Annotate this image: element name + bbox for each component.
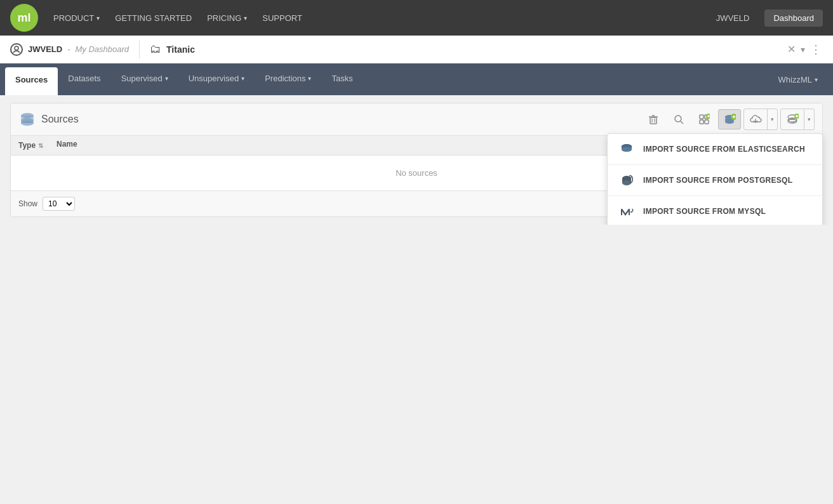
grid-view-button[interactable] xyxy=(693,109,716,129)
toolbar: ▾ xyxy=(642,109,815,130)
svg-point-11 xyxy=(675,116,681,122)
cloud-import-group: ▾ xyxy=(743,109,778,130)
chevron-down-icon: ▾ xyxy=(815,76,818,83)
breadcrumb-username: JWVELD xyxy=(28,44,62,54)
dashboard-button[interactable]: Dashboard xyxy=(764,10,823,27)
chevron-down-icon: ▾ xyxy=(165,75,168,82)
nav-support[interactable]: SUPPORT xyxy=(262,13,302,23)
tab-sources[interactable]: Sources xyxy=(5,67,58,95)
tabs-bar: Sources Datasets Supervised ▾ Unsupervis… xyxy=(0,63,833,95)
elasticsearch-icon xyxy=(618,140,636,158)
show-count-select[interactable]: 10 25 50 100 xyxy=(43,197,75,211)
nav-product[interactable]: PRODUCT ▾ xyxy=(53,13,100,23)
import-postgresql-item[interactable]: IMPORT SOURCE FROM POSTGRESQL xyxy=(608,165,822,196)
main-content: Sources xyxy=(0,95,833,225)
search-button[interactable] xyxy=(667,109,690,129)
svg-point-43 xyxy=(622,147,632,152)
more-options-button[interactable]: ⋮ xyxy=(810,43,823,56)
chevron-down-icon: ▾ xyxy=(308,75,311,82)
cloud-import-button[interactable] xyxy=(744,109,767,129)
import-mysql-item[interactable]: IMPORT SOURCE FROM MYSQL xyxy=(608,196,822,225)
svg-line-12 xyxy=(681,121,683,124)
import-db-button[interactable] xyxy=(718,109,741,129)
svg-point-5 xyxy=(21,121,34,126)
svg-rect-13 xyxy=(700,115,703,119)
chevron-down-icon[interactable]: ▾ xyxy=(801,44,805,55)
close-button[interactable]: ✕ xyxy=(787,43,796,55)
add-source-button[interactable] xyxy=(781,109,804,129)
chevron-down-icon: ▾ xyxy=(771,116,774,123)
breadcrumb-bar: JWVELD - My Dashboard 🗂 Titanic ✕ ▾ ⋮ xyxy=(0,36,833,63)
nav-getting-started[interactable]: GETTING STARTED xyxy=(115,13,192,23)
sort-type-icon[interactable]: ⇅ xyxy=(38,142,43,149)
tab-tasks[interactable]: Tasks xyxy=(321,63,363,95)
tab-predictions[interactable]: Predictions ▾ xyxy=(255,63,321,95)
col-type-header: Type ⇅ xyxy=(18,140,57,151)
svg-rect-6 xyxy=(650,117,656,124)
project-name: Titanic xyxy=(166,44,195,55)
database-icon xyxy=(18,110,36,128)
top-navigation: ml PRODUCT ▾ GETTING STARTED PRICING ▾ S… xyxy=(0,0,833,36)
import-elasticsearch-item[interactable]: IMPORT SOURCE FROM ELASTICSEARCH xyxy=(608,134,822,164)
chevron-down-icon: ▾ xyxy=(244,15,247,22)
svg-point-0 xyxy=(15,46,18,50)
tab-unsupervised[interactable]: Unsupervised ▾ xyxy=(178,63,255,95)
svg-rect-15 xyxy=(700,120,703,124)
sources-title: Sources xyxy=(41,114,79,125)
show-label: Show xyxy=(18,199,37,208)
nav-pricing[interactable]: PRICING ▾ xyxy=(207,13,247,23)
breadcrumb-dashboard: My Dashboard xyxy=(76,44,130,54)
chevron-down-icon: ▾ xyxy=(808,116,811,123)
cloud-dropdown-button[interactable]: ▾ xyxy=(767,109,777,129)
tab-whizzml[interactable]: WhizzML ▾ xyxy=(768,63,828,95)
tab-supervised[interactable]: Supervised ▾ xyxy=(111,63,178,95)
add-source-dropdown-button[interactable]: ▾ xyxy=(804,109,814,129)
chevron-down-icon: ▾ xyxy=(241,75,244,82)
delete-button[interactable] xyxy=(642,109,665,129)
svg-rect-16 xyxy=(705,120,709,124)
logo[interactable]: ml xyxy=(10,4,38,32)
sources-header: Sources xyxy=(11,103,822,136)
tab-datasets[interactable]: Datasets xyxy=(58,63,110,95)
nav-username: JWVELD xyxy=(716,13,750,23)
project-folder-icon: 🗂 xyxy=(150,43,161,56)
mysql-icon xyxy=(618,202,636,220)
chevron-down-icon: ▾ xyxy=(97,15,100,22)
import-dropdown-menu: IMPORT SOURCE FROM ELASTICSEARCH IMPORT … xyxy=(607,133,823,225)
add-source-group: ▾ xyxy=(780,109,815,130)
user-icon xyxy=(10,43,23,56)
svg-point-24 xyxy=(725,120,734,124)
postgresql-icon xyxy=(618,171,636,189)
svg-point-46 xyxy=(622,180,631,185)
